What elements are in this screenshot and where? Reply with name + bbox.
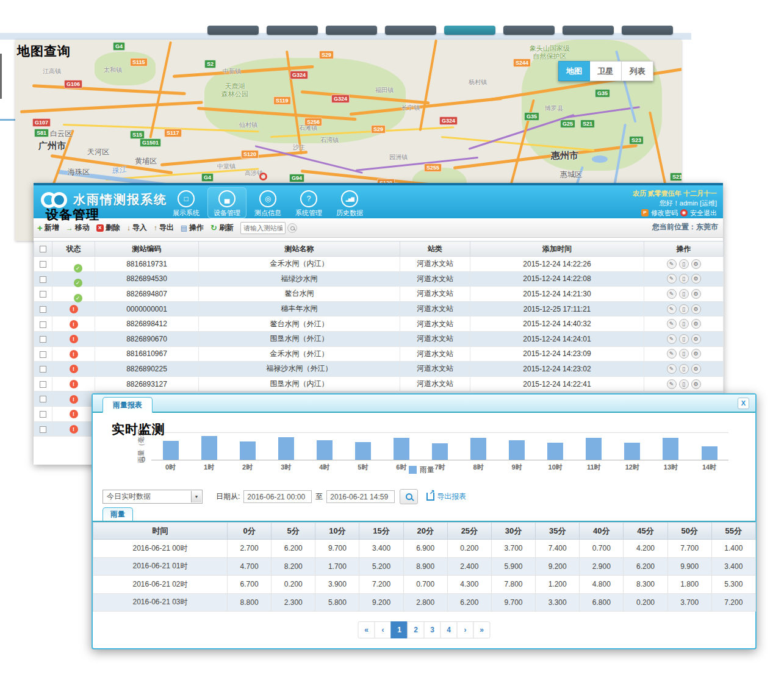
- settings-icon[interactable]: ⚙: [691, 274, 701, 284]
- row-checkbox[interactable]: [40, 306, 46, 313]
- station-search-input[interactable]: [240, 222, 286, 234]
- settings-icon[interactable]: ⚙: [691, 349, 701, 359]
- row-checkbox[interactable]: [40, 396, 46, 402]
- delete-icon[interactable]: ▯: [679, 274, 689, 284]
- chevron-down-icon[interactable]: ▼: [191, 491, 201, 502]
- top-nav-stub[interactable]: [326, 26, 377, 35]
- map-type-active-button[interactable]: 地图: [558, 61, 590, 81]
- edit-icon[interactable]: ✎: [667, 289, 677, 299]
- delete-icon[interactable]: ▯: [679, 334, 689, 344]
- row-checkbox[interactable]: [40, 381, 46, 388]
- page-button-2[interactable]: 2: [408, 621, 425, 638]
- map-type-button[interactable]: 列表: [622, 61, 653, 81]
- toolbar-button-导入[interactable]: ↓导入: [127, 223, 147, 233]
- top-nav-stub[interactable]: [444, 26, 495, 35]
- data-preset-select[interactable]: 今日实时数据 ▼: [102, 490, 203, 504]
- row-checkbox[interactable]: [40, 261, 46, 268]
- delete-icon[interactable]: ▯: [679, 259, 689, 269]
- nav-item-测点信息[interactable]: ◎测点信息: [248, 187, 287, 218]
- row-checkbox[interactable]: [40, 411, 46, 418]
- edit-icon[interactable]: ✎: [667, 259, 677, 269]
- page-button-‹[interactable]: ‹: [375, 621, 392, 638]
- top-nav-stub[interactable]: [267, 26, 318, 35]
- settings-icon[interactable]: ⚙: [691, 289, 701, 299]
- top-nav-stub[interactable]: [622, 26, 673, 35]
- map-marker[interactable]: [259, 173, 267, 180]
- cell-time: 2015-12-24 14:23:09: [470, 346, 644, 362]
- nav-item-系统管理[interactable]: ?系统管理: [289, 187, 328, 218]
- search-icon[interactable]: [400, 489, 418, 504]
- table-row[interactable]: !8826890670围垦水闸（外江）河道水文站2015-12-24 14:24…: [34, 331, 724, 346]
- select-all-checkbox[interactable]: [40, 246, 46, 252]
- row-checkbox[interactable]: [40, 336, 46, 343]
- settings-icon[interactable]: ⚙: [691, 334, 701, 344]
- page-button-«[interactable]: «: [358, 621, 375, 638]
- toolbar-button-删除[interactable]: ×删除: [96, 223, 120, 233]
- table-row[interactable]: !8826893127围垦水闸（内江）河道水文站2015-12-24 14:22…: [34, 376, 724, 391]
- table-row[interactable]: ✓8826894807鳌台水闸河道水文站2015-12-24 14:21:30✎…: [34, 287, 724, 302]
- table-row[interactable]: !8826898412鳌台水闸（外江）河道水文站2015-12-24 14:40…: [34, 316, 724, 332]
- map-park-label: 天鹿湖森林公园: [221, 82, 248, 98]
- row-checkbox[interactable]: [40, 366, 46, 373]
- column-header: 测站编码: [95, 241, 199, 257]
- filter-bar: 今日实时数据 ▼ 日期从: 至 导出报表: [102, 489, 466, 504]
- road-badge: S244: [513, 59, 531, 67]
- row-checkbox[interactable]: [40, 291, 46, 298]
- delete-icon[interactable]: ▯: [679, 289, 689, 299]
- row-checkbox[interactable]: [40, 426, 46, 433]
- delete-icon[interactable]: ▯: [679, 319, 689, 329]
- map-type-button[interactable]: 卫星: [590, 61, 622, 81]
- top-nav-stub[interactable]: [563, 26, 614, 35]
- settings-icon[interactable]: ⚙: [691, 364, 701, 374]
- row-checkbox[interactable]: [40, 321, 46, 328]
- table-row[interactable]: !0000000001穗丰年水闸河道水文站2015-12-25 17:11:21…: [34, 301, 724, 316]
- page-button-»[interactable]: »: [473, 621, 491, 638]
- edit-icon[interactable]: ✎: [667, 304, 677, 314]
- caption-realtime-monitor: 实时监测: [112, 421, 165, 438]
- tab-rain-report[interactable]: 雨量报表: [102, 397, 153, 413]
- table-row[interactable]: ✓8826894530福绿沙水闸河道水文站2015-12-24 14:22:08…: [34, 271, 724, 287]
- table-row[interactable]: ✓8816819731金禾水闸（内江）河道水文站2015-12-24 14:22…: [34, 257, 724, 272]
- settings-icon[interactable]: ⚙: [691, 319, 701, 329]
- toolbar-button-导出[interactable]: ↑导出: [154, 223, 174, 233]
- delete-icon[interactable]: ▯: [679, 349, 689, 359]
- page-button-›[interactable]: ›: [457, 621, 474, 638]
- delete-icon[interactable]: ▯: [679, 364, 689, 374]
- row-checkbox[interactable]: [40, 351, 46, 358]
- table-row[interactable]: !8816810967金禾水闸（外江）河道水文站2015-12-24 14:23…: [34, 346, 724, 362]
- settings-icon[interactable]: ⚙: [691, 379, 701, 389]
- settings-icon[interactable]: ⚙: [691, 304, 701, 314]
- edit-icon[interactable]: ✎: [667, 274, 677, 284]
- toolbar-button-刷新[interactable]: ↻刷新: [210, 223, 234, 233]
- page-button-3[interactable]: 3: [424, 621, 441, 638]
- page-button-4[interactable]: 4: [441, 621, 458, 638]
- tab-rain[interactable]: 雨量: [102, 507, 133, 521]
- edit-icon[interactable]: ✎: [667, 334, 677, 344]
- toolbar-button-新增[interactable]: +新增: [37, 223, 59, 233]
- top-nav-stub[interactable]: [503, 26, 555, 35]
- page-button-1[interactable]: 1: [391, 621, 408, 638]
- delete-icon[interactable]: ▯: [679, 304, 689, 314]
- delete-icon[interactable]: ▯: [679, 379, 689, 389]
- table-row[interactable]: !8826890225福禄沙水闸（外江）河道水文站2015-12-24 14:2…: [34, 362, 724, 377]
- close-icon[interactable]: X: [738, 398, 749, 409]
- toolbar-button-移动[interactable]: →移动: [66, 223, 90, 233]
- change-password-link[interactable]: 修改密码: [651, 208, 678, 218]
- search-icon[interactable]: [287, 223, 297, 233]
- edit-icon[interactable]: ✎: [667, 364, 677, 374]
- date-to-input[interactable]: [326, 490, 395, 503]
- top-nav-stub[interactable]: [207, 26, 259, 35]
- nav-item-历史数据[interactable]: ▂▅▇历史数据: [330, 187, 369, 218]
- toolbar-button-操作[interactable]: ▤操作: [181, 223, 204, 233]
- row-checkbox[interactable]: [40, 276, 46, 283]
- export-report-link[interactable]: 导出报表: [426, 491, 466, 502]
- edit-icon[interactable]: ✎: [667, 319, 677, 329]
- nav-item-设备管理[interactable]: ▄设备管理: [207, 187, 246, 218]
- edit-icon[interactable]: ✎: [667, 349, 677, 359]
- edit-icon[interactable]: ✎: [667, 379, 677, 389]
- top-nav-stub[interactable]: [385, 26, 436, 35]
- settings-icon[interactable]: ⚙: [691, 259, 701, 269]
- date-from-input[interactable]: [243, 490, 312, 503]
- nav-item-展示系统[interactable]: □展示系统: [167, 187, 206, 218]
- logout-link[interactable]: 安全退出: [690, 208, 717, 218]
